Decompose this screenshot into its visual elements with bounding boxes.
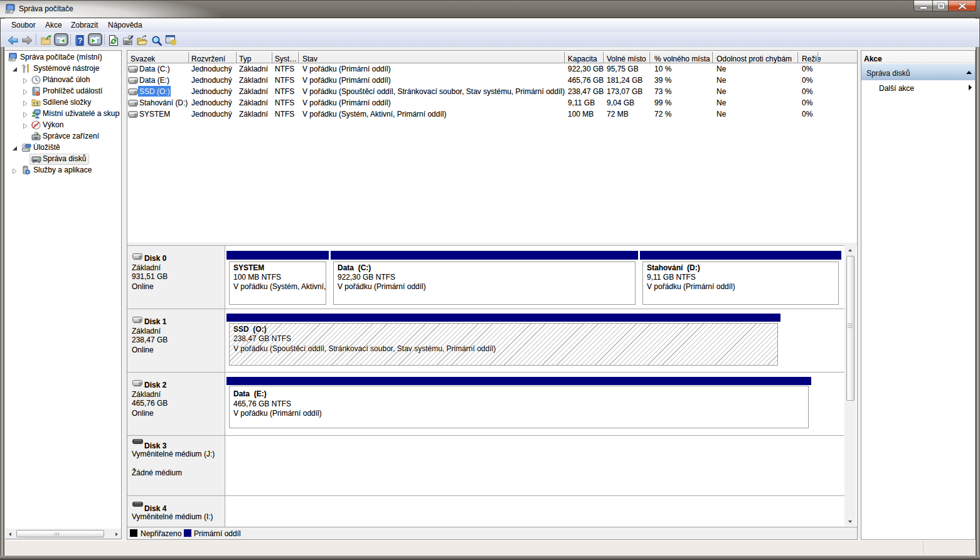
svg-text:?: ? xyxy=(78,36,82,45)
